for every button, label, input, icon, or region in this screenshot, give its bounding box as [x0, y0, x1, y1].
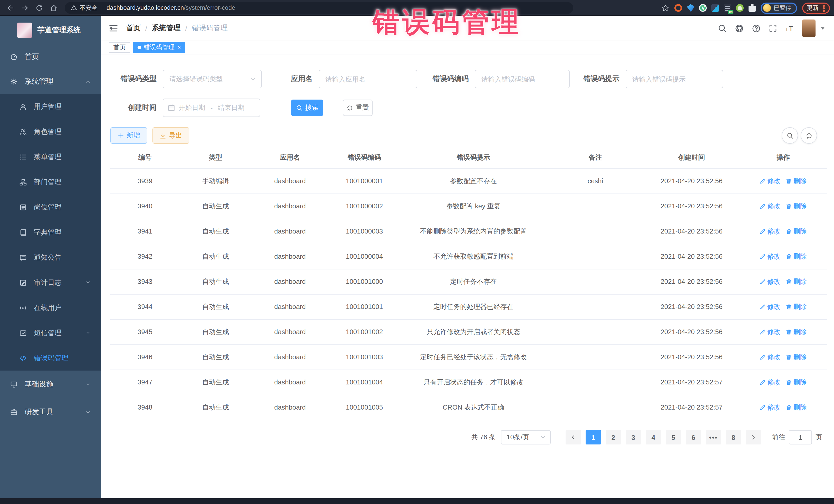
main-content: 错误码类型 请选择错误码类型 应用名 错误码编码 错误码提示 创建时间 开始日期…	[101, 54, 834, 498]
sidebar-item-审计日志[interactable]: 审计日志	[0, 270, 101, 295]
sidebar-fold-icon[interactable]	[109, 24, 118, 33]
caret-down-icon[interactable]	[820, 25, 826, 31]
bookmark-star-icon[interactable]	[662, 4, 670, 12]
edit-link[interactable]: 修改	[760, 252, 781, 261]
paused-profile-chip[interactable]: 已暂停	[761, 2, 797, 14]
delete-link[interactable]: 删除	[786, 227, 807, 236]
sidebar-item-通知公告[interactable]: 通知公告	[0, 245, 101, 270]
extension-orange-icon[interactable]	[675, 4, 682, 12]
delete-link[interactable]: 删除	[786, 252, 807, 261]
sidebar-item-在线用户[interactable]: 在线用户	[0, 295, 101, 320]
sidebar-item-基础设施[interactable]: 基础设施	[0, 371, 101, 398]
sidebar-item-系统管理[interactable]: 系统管理	[0, 69, 101, 94]
delete-link[interactable]: 删除	[786, 403, 807, 412]
app-title: 芋道管理系统	[38, 26, 81, 35]
sidebar-item-短信管理[interactable]: 短信管理	[0, 320, 101, 345]
reset-button[interactable]: 重置	[343, 100, 373, 116]
edit-link[interactable]: 修改	[760, 327, 781, 337]
start-date-placeholder: 开始日期	[179, 103, 205, 112]
sidebar-item-字典管理[interactable]: 字典管理	[0, 220, 101, 245]
github-icon[interactable]	[735, 24, 744, 32]
forward-icon[interactable]	[21, 4, 29, 12]
hide-search-button[interactable]	[782, 127, 798, 144]
more-pages-button[interactable]: •••	[706, 430, 721, 444]
column-header-类型: 类型	[180, 147, 251, 168]
cell-应用名: dashboard	[251, 194, 328, 219]
chevron-down-icon	[85, 409, 91, 415]
page-size-select[interactable]: 10条/页	[501, 430, 551, 444]
delete-link[interactable]: 删除	[786, 177, 807, 186]
page-button-6[interactable]: 6	[686, 430, 701, 444]
page-button-2[interactable]: 2	[606, 430, 621, 444]
font-size-icon[interactable]: TT	[785, 24, 794, 32]
extension-vue-icon[interactable]: V	[699, 4, 707, 12]
edit-link[interactable]: 修改	[760, 202, 781, 211]
extension-key-icon[interactable]	[736, 4, 744, 12]
tag-首页[interactable]: 首页	[109, 42, 130, 52]
sidebar-item-岗位管理[interactable]: 岗位管理	[0, 195, 101, 220]
refresh-table-button[interactable]	[800, 127, 817, 144]
goto-page-input[interactable]	[789, 430, 812, 444]
docs-help-icon[interactable]	[752, 24, 761, 32]
extension-grid-icon[interactable]	[711, 4, 719, 12]
delete-link[interactable]: 删除	[786, 277, 807, 286]
cell-应用名: dashboard	[251, 345, 328, 370]
edit-link[interactable]: 修改	[760, 378, 781, 387]
extensions-puzzle-icon[interactable]	[749, 4, 756, 12]
cell-错误码编码: 1001001000	[328, 269, 400, 294]
edit-link[interactable]: 修改	[760, 302, 781, 311]
sidebar-item-研发工具[interactable]: 研发工具	[0, 398, 101, 426]
error-code-input[interactable]	[475, 70, 570, 88]
search-button[interactable]: 搜索	[291, 100, 323, 116]
edit-link[interactable]: 修改	[760, 277, 781, 286]
sidebar-item-角色管理[interactable]: 角色管理	[0, 119, 101, 144]
reload-icon[interactable]	[36, 4, 43, 12]
tag-错误码管理[interactable]: 错误码管理×	[133, 42, 185, 52]
header-search-icon[interactable]	[718, 24, 727, 32]
extension-gem-icon[interactable]	[687, 4, 695, 12]
next-page-button[interactable]	[746, 430, 761, 444]
edit-link[interactable]: 修改	[760, 403, 781, 412]
kebab-menu-icon[interactable]: ●●●	[822, 4, 825, 12]
breadcrumb-item-首页[interactable]: 首页	[126, 24, 140, 33]
sidebar-item-错误码管理[interactable]: 错误码管理	[0, 345, 101, 371]
delete-link[interactable]: 删除	[786, 202, 807, 211]
sidebar-item-用户管理[interactable]: 用户管理	[0, 94, 101, 119]
sidebar-item-部门管理[interactable]: 部门管理	[0, 169, 101, 195]
user-avatar[interactable]	[802, 20, 815, 37]
address-bar[interactable]: 不安全 dashboard.yudao.iocoder.cn /system/e…	[65, 2, 573, 14]
browser-toolbar: 不安全 dashboard.yudao.iocoder.cn /system/e…	[0, 0, 834, 16]
prev-page-button[interactable]	[566, 430, 581, 444]
delete-link[interactable]: 删除	[786, 327, 807, 337]
close-icon[interactable]: ×	[178, 44, 181, 50]
page-button-8[interactable]: 8	[726, 430, 741, 444]
error-type-select[interactable]: 请选择错误码类型	[163, 70, 262, 88]
edit-link[interactable]: 修改	[760, 353, 781, 362]
page-button-5[interactable]: 5	[666, 430, 681, 444]
page-button-1[interactable]: 1	[586, 430, 601, 444]
breadcrumb-item-系统管理[interactable]: 系统管理	[152, 24, 181, 33]
page-button-4[interactable]: 4	[646, 430, 661, 444]
trash-icon	[786, 203, 792, 210]
export-button[interactable]: 导出	[152, 127, 190, 144]
sidebar-item-首页[interactable]: 首页	[0, 45, 101, 69]
add-button[interactable]: 新增	[110, 127, 147, 144]
browser-update-button[interactable]: 更新 ●●●	[802, 2, 830, 14]
date-range-picker[interactable]: 开始日期 - 结束日期	[163, 98, 260, 117]
app-logo[interactable]: 芋道管理系统	[0, 16, 101, 45]
sidebar-item-label: 字典管理	[34, 227, 62, 237]
back-icon[interactable]	[7, 4, 14, 12]
app-name-input[interactable]	[319, 70, 417, 88]
fullscreen-icon[interactable]	[769, 24, 777, 32]
edit-link[interactable]: 修改	[760, 227, 781, 236]
home-icon[interactable]	[50, 4, 58, 12]
error-msg-input[interactable]	[626, 70, 723, 88]
delete-link[interactable]: 删除	[786, 302, 807, 311]
delete-link[interactable]: 删除	[786, 378, 807, 387]
edit-link[interactable]: 修改	[760, 177, 781, 186]
sidebar: 芋道管理系统 首页系统管理 用户管理角色管理菜单管理部门管理岗位管理字典管理通知…	[0, 16, 101, 498]
delete-link[interactable]: 删除	[786, 353, 807, 362]
sidebar-item-菜单管理[interactable]: 菜单管理	[0, 144, 101, 169]
page-button-3[interactable]: 3	[626, 430, 641, 444]
extension-list-icon[interactable]: on	[724, 4, 731, 12]
